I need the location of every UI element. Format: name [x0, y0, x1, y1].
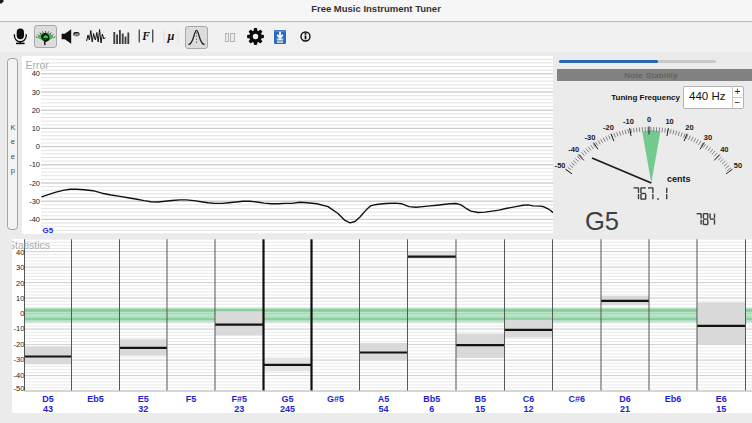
svg-text:30: 30: [704, 133, 712, 142]
svg-text:F: F: [141, 30, 150, 42]
svg-text:50: 50: [734, 161, 742, 170]
svg-text:245: 245: [280, 404, 295, 414]
svg-text:G5: G5: [282, 394, 294, 404]
svg-text:Bb5: Bb5: [423, 394, 440, 404]
svg-text:20: 20: [16, 278, 24, 287]
svg-text:32: 32: [138, 404, 148, 414]
svg-text:Error: Error: [26, 60, 50, 71]
svg-text:-20: -20: [13, 340, 24, 349]
svg-text:F5: F5: [186, 394, 197, 404]
svg-text:-10: -10: [623, 117, 634, 126]
svg-text:-20: -20: [603, 123, 614, 132]
svg-text:-20: -20: [29, 178, 40, 187]
svg-text:E6: E6: [716, 394, 727, 404]
svg-text:10: 10: [32, 124, 40, 133]
svg-text:Eb5: Eb5: [87, 394, 103, 404]
svg-text:dB: dB: [74, 32, 79, 36]
svg-text:40: 40: [720, 145, 728, 154]
svg-text:B5: B5: [474, 394, 486, 404]
svg-text:-10: -10: [29, 160, 40, 169]
svg-text:E5: E5: [138, 394, 149, 404]
svg-text:C#6: C#6: [569, 394, 585, 404]
svg-text:F#5: F#5: [231, 394, 246, 404]
svg-text:10: 10: [665, 117, 673, 126]
svg-text:0: 0: [647, 115, 651, 124]
svg-text:-40: -40: [13, 370, 24, 379]
svg-text:-50: -50: [13, 384, 24, 393]
svg-text:30: 30: [16, 263, 24, 272]
svg-text:6: 6: [429, 404, 434, 414]
svg-text:0: 0: [20, 309, 24, 318]
svg-text:C6: C6: [523, 394, 535, 404]
svg-text:-50: -50: [555, 161, 566, 170]
svg-text:D5: D5: [42, 394, 54, 404]
svg-text:cents: cents: [667, 174, 691, 184]
svg-text:-40: -40: [29, 215, 40, 224]
svg-text:0: 0: [36, 142, 40, 151]
svg-text:-30: -30: [585, 133, 596, 142]
svg-text:30: 30: [32, 87, 40, 96]
svg-text:15: 15: [716, 404, 726, 414]
svg-text:20: 20: [685, 123, 693, 132]
svg-text:-30: -30: [29, 196, 40, 205]
svg-text:10: 10: [16, 293, 24, 302]
svg-text:12: 12: [523, 404, 533, 414]
svg-text:A5: A5: [378, 394, 390, 404]
svg-text:54: 54: [378, 404, 388, 414]
svg-text:μ: μ: [167, 29, 175, 43]
svg-text:-30: -30: [13, 355, 24, 364]
svg-text:23: 23: [234, 404, 244, 414]
svg-text:D6: D6: [619, 394, 631, 404]
svg-text:-40: -40: [568, 145, 579, 154]
svg-text:-10: -10: [13, 324, 24, 333]
svg-text:G#5: G#5: [327, 394, 344, 404]
svg-text:G5: G5: [43, 226, 54, 234]
svg-text:Statistics: Statistics: [12, 240, 50, 251]
svg-text:Eb6: Eb6: [665, 394, 681, 404]
svg-text:20: 20: [32, 105, 40, 114]
svg-text:43: 43: [43, 404, 53, 414]
svg-text:15: 15: [475, 404, 485, 414]
svg-text:21: 21: [620, 404, 630, 414]
